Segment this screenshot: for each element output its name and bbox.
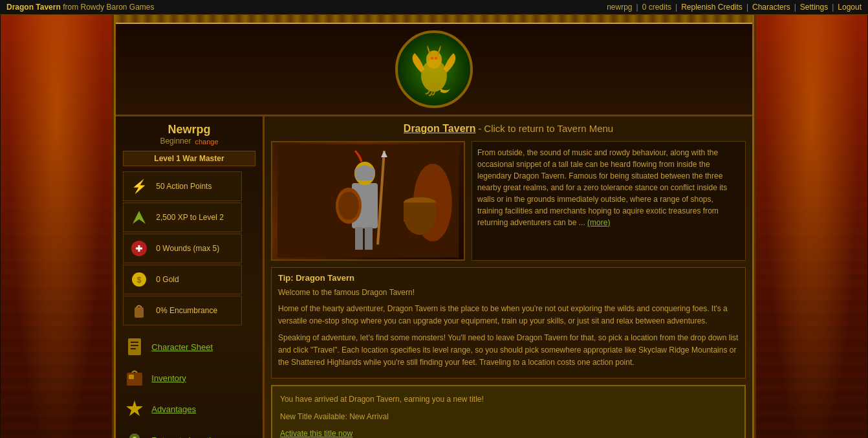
flame-right-decoration — [756, 15, 867, 438]
return-to-location-link[interactable]: Return to Location — [151, 435, 220, 439]
stats-list: ⚡ 50 Action Points 2,500 XP to Level 2 — [123, 170, 255, 327]
credits-label: 0 credits — [642, 3, 671, 12]
nav-return-to-location[interactable]: Return to Location — [123, 426, 255, 438]
stat-row-xp: 2,500 XP to Level 2 — [123, 203, 242, 232]
replenish-credits-link[interactable]: Replenish Credits — [681, 3, 743, 12]
inventory-icon — [123, 366, 146, 389]
svg-point-25 — [338, 192, 359, 220]
stat-row-wounds: 0 Wounds (max 5) — [123, 234, 242, 263]
topbar: Dragon Tavern from Rowdy Baron Games new… — [0, 0, 868, 15]
svg-rect-26 — [355, 227, 363, 250]
character-sheet-link[interactable]: Character Sheet — [151, 342, 213, 352]
svg-rect-8 — [128, 338, 141, 355]
header-logo — [116, 24, 752, 116]
body-row: Newrpg Beginner change Level 1 War Maste… — [116, 116, 752, 438]
advantages-icon — [123, 397, 146, 421]
svg-point-2 — [431, 57, 433, 60]
action-points-label: 50 Action Points — [156, 182, 237, 191]
page-title-bar: Dragon Tavern - Click to return to Taver… — [271, 123, 746, 135]
gold-label: 0 Gold — [156, 275, 237, 284]
stat-row-gold: $ 0 Gold — [123, 265, 242, 294]
character-rank: Beginner — [160, 137, 191, 146]
svg-point-3 — [435, 57, 437, 60]
characters-link[interactable]: Characters — [752, 3, 790, 12]
dragon-emblem — [395, 30, 473, 108]
tip-body: Welcome to the famous Dragon Tavern! Hom… — [278, 287, 739, 369]
return-to-location-icon — [123, 428, 146, 438]
wounds-icon — [127, 237, 151, 260]
tip-welcome: Welcome to the famous Dragon Tavern! — [278, 287, 739, 299]
svg-marker-14 — [126, 400, 143, 416]
nav-advantages[interactable]: Advantages — [123, 395, 255, 422]
activate-title-link[interactable]: Activate this title now — [280, 429, 353, 438]
sep3: | — [746, 3, 748, 12]
tavern-image — [271, 141, 465, 261]
svg-rect-12 — [127, 373, 142, 386]
flame-right — [754, 15, 867, 438]
tavern-hero-row: From outside, the sound of music and row… — [271, 141, 746, 261]
logout-link[interactable]: Logout — [838, 3, 862, 12]
inventory-link[interactable]: Inventory — [151, 373, 186, 383]
tip-paragraph2: Speaking of adventure, let's find some m… — [278, 332, 739, 369]
main-panel: Newrpg Beginner change Level 1 War Maste… — [114, 15, 754, 438]
sep1: | — [636, 3, 638, 12]
svg-rect-27 — [365, 227, 373, 250]
xp-icon — [127, 206, 151, 229]
tavern-description-text: From outside, the sound of music and row… — [477, 148, 727, 227]
topbar-brand: Dragon Tavern from Rowdy Baron Games — [6, 3, 155, 12]
nav-section: Character Sheet Inventory Advantages — [123, 333, 255, 438]
tip-title: Tip: Dragon Tavern — [278, 273, 739, 283]
svg-rect-30 — [404, 203, 436, 222]
wounds-label: 0 Wounds (max 5) — [156, 244, 237, 253]
flame-left — [1, 15, 114, 438]
tip-section: Tip: Dragon Tavern Welcome to the famous… — [271, 267, 746, 378]
page-title-link[interactable]: Dragon Tavern — [404, 123, 476, 134]
notif-line2: New Title Available: New Arrival — [280, 410, 737, 423]
sidebar: Newrpg Beginner change Level 1 War Maste… — [116, 116, 265, 438]
svg-point-1 — [426, 50, 442, 69]
more-link[interactable]: (more) — [587, 218, 610, 227]
page-outer: Newrpg Beginner change Level 1 War Maste… — [0, 15, 868, 438]
gold-icon: $ — [127, 268, 151, 291]
sep5: | — [832, 3, 834, 12]
sep4: | — [794, 3, 796, 12]
encumbrance-label: 0% Encumbrance — [156, 306, 237, 315]
nav-inventory[interactable]: Inventory — [123, 364, 255, 391]
tavern-description-box: From outside, the sound of music and row… — [472, 141, 746, 261]
change-rank-link[interactable]: change — [195, 138, 218, 146]
brand-link[interactable]: Dragon Tavern — [6, 3, 61, 12]
svg-rect-7 — [135, 307, 144, 318]
nav-character-sheet[interactable]: Character Sheet — [123, 333, 255, 360]
stat-row-encumbrance: 0% Encumbrance — [123, 296, 242, 325]
advantages-link[interactable]: Advantages — [151, 404, 196, 414]
content-area: Dragon Tavern - Click to return to Taver… — [265, 116, 752, 438]
character-sheet-icon — [123, 335, 146, 358]
topbar-nav: newrpg | 0 credits | Replenish Credits |… — [607, 3, 862, 12]
username-label: newrpg — [607, 3, 632, 12]
character-name: Newrpg — [168, 123, 210, 137]
svg-rect-13 — [129, 375, 134, 379]
xp-label: 2,500 XP to Level 2 — [156, 213, 237, 222]
action-points-icon: ⚡ — [127, 175, 151, 198]
stat-row-action-points: ⚡ 50 Action Points — [123, 171, 242, 201]
flame-left-decoration — [1, 15, 112, 438]
top-border — [116, 15, 752, 24]
svg-text:$: $ — [137, 276, 142, 285]
sep2: | — [675, 3, 677, 12]
notif-line1: You have arrived at Dragon Tavern, earni… — [280, 393, 737, 406]
page-subtitle: - Click to return to Tavern Menu — [478, 123, 613, 134]
character-title-bar: Level 1 War Master — [123, 151, 255, 166]
encumbrance-icon — [127, 299, 151, 322]
notification-box: You have arrived at Dragon Tavern, earni… — [271, 385, 746, 438]
brand-company: from Rowdy Baron Games — [63, 3, 154, 12]
dragon-svg — [405, 40, 463, 98]
settings-link[interactable]: Settings — [800, 3, 828, 12]
tip-paragraph1: Home of the hearty adventurer, Dragon Ta… — [278, 303, 739, 327]
